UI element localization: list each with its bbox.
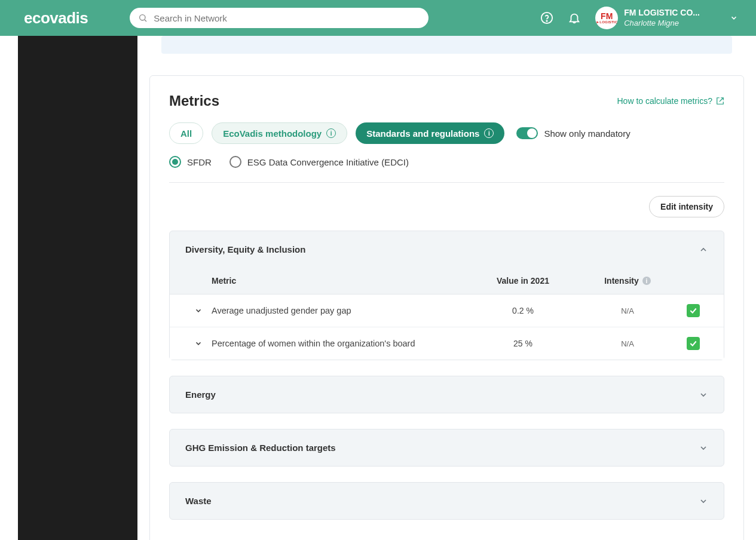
accordion-title: Energy <box>185 389 216 400</box>
filter-ecovadis-methodology[interactable]: EcoVadis methodology i <box>212 122 347 144</box>
accordion-waste: Waste <box>169 482 724 520</box>
sidebar <box>18 36 137 540</box>
info-icon: i <box>326 128 336 138</box>
accordion-title: Diversity, Equity & Inclusion <box>185 244 305 254</box>
svg-line-1 <box>145 20 146 22</box>
col-metric-label: Metric <box>212 276 469 286</box>
info-icon: i <box>642 277 651 285</box>
radio-sfdr-label: SFDR <box>187 157 212 167</box>
accordion-energy: Energy <box>169 376 724 413</box>
chevron-down-icon <box>699 443 708 453</box>
accordion-diversity: Diversity, Equity & Inclusion Metric Val… <box>169 231 724 360</box>
col-value-label: Value in 2021 <box>469 276 577 286</box>
chevron-up-icon <box>699 245 708 254</box>
avatar-subtext: ►LOGISTIC <box>596 20 617 24</box>
col-intensity-label: Intensityi <box>577 276 678 286</box>
notifications-icon[interactable] <box>568 11 581 24</box>
help-icon[interactable] <box>540 11 553 24</box>
chevron-down-icon <box>730 14 738 22</box>
edit-intensity-button[interactable]: Edit intensity <box>649 196 724 217</box>
status-check-icon[interactable] <box>687 304 700 317</box>
accordion-title: GHG Emission & Reduction targets <box>185 443 336 453</box>
filter-all-label: All <box>180 128 192 139</box>
topbar: ecovadis <box>0 0 756 36</box>
radio-sfdr[interactable]: SFDR <box>169 156 212 168</box>
accordion-header-ghg[interactable]: GHG Emission & Reduction targets <box>170 429 724 466</box>
chevron-down-icon <box>699 496 708 506</box>
accordion-header-diversity[interactable]: Diversity, Equity & Inclusion <box>170 231 724 268</box>
brand-text: ecovadis <box>24 9 88 27</box>
filter-std-label: Standards and regulations <box>366 128 479 139</box>
info-banner <box>161 36 732 54</box>
radio-edci-label: ESG Data Convergence Initiative (EDCI) <box>247 157 409 167</box>
search-input[interactable] <box>130 8 428 28</box>
table-row: Average unadjusted gender pay gap 0.2 % … <box>170 294 724 327</box>
metric-intensity: N/A <box>577 339 678 348</box>
filter-all[interactable]: All <box>169 122 203 144</box>
filter-eco-label: EcoVadis methodology <box>223 128 322 139</box>
accordion-title: Waste <box>185 496 212 506</box>
user-menu[interactable]: FM ►LOGISTIC FM LOGISTIC CO... Charlotte… <box>595 7 738 29</box>
avatar-initials: FM <box>596 12 617 20</box>
info-icon: i <box>484 128 494 138</box>
metric-value: 0.2 % <box>469 306 577 315</box>
help-link-text: How to calculate metrics? <box>617 96 712 106</box>
metric-value: 25 % <box>469 339 577 348</box>
brand-logo: ecovadis <box>24 9 88 27</box>
table-row: Percentage of women within the organizat… <box>170 327 724 360</box>
avatar: FM ►LOGISTIC <box>595 7 618 29</box>
accordion-header-energy[interactable]: Energy <box>170 376 724 413</box>
company-name: FM LOGISTIC CO... <box>624 7 700 18</box>
svg-point-3 <box>546 20 547 21</box>
external-link-icon <box>716 97 724 105</box>
user-name: Charlotte Migne <box>624 19 700 29</box>
expand-row-icon[interactable] <box>185 339 212 348</box>
mandatory-toggle-label: Show only mandatory <box>544 128 630 139</box>
metric-name: Average unadjusted gender pay gap <box>212 306 469 315</box>
expand-row-icon[interactable] <box>185 306 212 315</box>
table-header: Metric Value in 2021 Intensityi <box>170 268 724 294</box>
accordion-header-waste[interactable]: Waste <box>170 483 724 519</box>
chevron-down-icon <box>699 390 708 400</box>
metric-name: Percentage of women within the organizat… <box>212 339 469 348</box>
metrics-card: Metrics How to calculate metrics? All Ec… <box>149 75 744 540</box>
accordion-ghg: GHG Emission & Reduction targets <box>169 429 724 467</box>
mandatory-toggle[interactable] <box>516 127 538 139</box>
filter-standards-regulations[interactable]: Standards and regulations i <box>356 122 504 144</box>
status-check-icon[interactable] <box>687 337 700 350</box>
radio-edci[interactable]: ESG Data Convergence Initiative (EDCI) <box>229 156 409 168</box>
section-title: Metrics <box>169 93 219 109</box>
table-body: Average unadjusted gender pay gap 0.2 % … <box>170 294 724 360</box>
search-icon <box>138 13 148 23</box>
help-link[interactable]: How to calculate metrics? <box>617 96 724 106</box>
svg-point-0 <box>140 15 145 20</box>
metric-intensity: N/A <box>577 306 678 315</box>
